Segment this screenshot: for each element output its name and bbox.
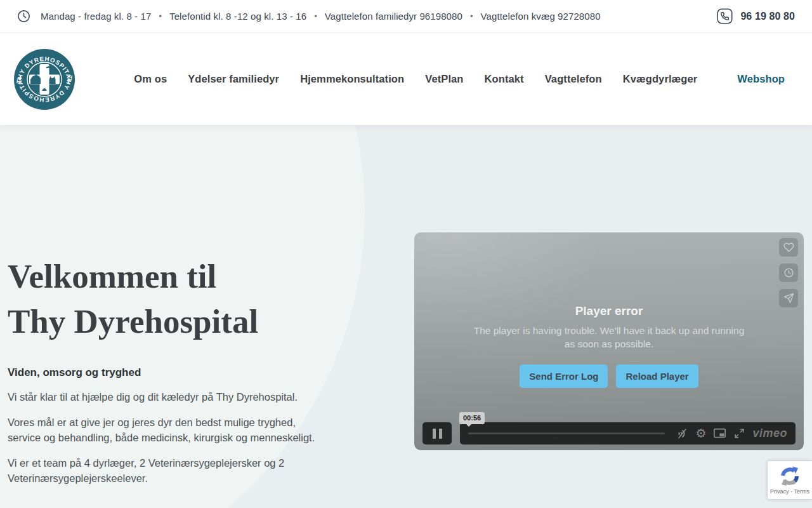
player-error-panel: Player error The player is having troubl… (414, 304, 804, 388)
main-navigation: Om os Ydelser familiedyr Hjemmekonsultat… (134, 73, 785, 85)
topbar-info: Mandag - fredag kl. 8 - 17 • Telefontid … (17, 10, 601, 23)
page-title-line2: Thy Dyrehospital (8, 299, 350, 344)
hero-paragraph-3: Vi er et team på 4 dyrlæger, 2 Veterinær… (8, 455, 328, 486)
site-header: THY DYREHOSPITAL THY DYREHOSPITAL Om os … (0, 33, 812, 125)
clock-icon (17, 10, 30, 23)
video-controls: 00:56 ⚙ (422, 422, 796, 444)
share-button[interactable] (779, 289, 798, 307)
oncall-pets: Vagttelefon familiedyr 96198080 (325, 11, 462, 22)
vimeo-video-player: Player error The player is having troubl… (414, 232, 804, 450)
nav-item-ydelser-familiedyr[interactable]: Ydelser familiedyr (188, 73, 279, 85)
main-phone-number[interactable]: 96 19 80 80 (740, 11, 795, 22)
vimeo-logo[interactable]: vimeo (752, 427, 787, 440)
page-title: Velkommen til Thy Dyrehospital (8, 254, 350, 344)
nav-item-om-os[interactable]: Om os (134, 73, 167, 85)
nav-item-kvaegdyrlaeger[interactable]: Kvægdyrlæger (623, 73, 698, 85)
time-tooltip: 00:56 (459, 412, 485, 424)
hero-subtitle: Viden, omsorg og tryghed (8, 366, 350, 379)
recaptcha-badge[interactable]: Privacy - Terms (768, 461, 812, 499)
clock-icon (783, 267, 794, 278)
like-button[interactable] (779, 238, 798, 257)
separator-dot: • (313, 11, 318, 21)
volume-muted-button[interactable] (676, 427, 688, 440)
reload-player-button[interactable]: Reload Player (616, 364, 698, 388)
hero-paragraph-1: Vi står klar til at hjælpe dig og dit kæ… (8, 389, 328, 404)
hero-section: Velkommen til Thy Dyrehospital Viden, om… (0, 125, 812, 508)
video-progress-bar[interactable] (468, 432, 665, 434)
phone-hours: Telefontid kl. 8 -12 og kl. 13 - 16 (169, 11, 306, 22)
player-error-buttons: Send Error Log Reload Player (520, 364, 698, 388)
settings-button[interactable]: ⚙ (695, 427, 706, 439)
nav-item-kontakt[interactable]: Kontakt (485, 73, 524, 85)
watch-later-button[interactable] (779, 264, 798, 282)
nav-item-hjemmekonsultation[interactable]: Hjemmekonsultation (300, 73, 404, 85)
paper-plane-icon (783, 293, 794, 304)
site-logo[interactable]: THY DYREHOSPITAL THY DYREHOSPITAL (14, 49, 75, 110)
nav-item-vetplan[interactable]: VetPlan (425, 73, 463, 85)
volume-muted-icon (676, 427, 688, 440)
page-title-line1: Velkommen til (8, 254, 350, 299)
phone-contact[interactable]: 96 19 80 80 (717, 8, 795, 24)
picture-in-picture-button[interactable] (713, 427, 726, 439)
nav-item-webshop[interactable]: Webshop (737, 73, 785, 85)
nav-item-vagttelefon[interactable]: Vagttelefon (545, 73, 602, 85)
hero-paragraph-2: Vores mål er at give jer og jeres dyr de… (8, 415, 328, 445)
separator-dot: • (469, 11, 475, 21)
fullscreen-icon (733, 427, 745, 439)
gear-icon: ⚙ (695, 427, 706, 439)
fullscreen-button[interactable] (733, 427, 745, 439)
player-error-title: Player error (575, 304, 643, 318)
pause-button[interactable] (422, 422, 452, 444)
opening-hours: Mandag - fredag kl. 8 - 17 (41, 11, 151, 22)
hero-content: Velkommen til Thy Dyrehospital Viden, om… (8, 254, 350, 486)
video-action-buttons (779, 238, 798, 307)
player-error-message: The player is having trouble. We'll have… (469, 324, 749, 351)
picture-in-picture-icon (713, 427, 726, 439)
separator-dot: • (157, 11, 163, 21)
heart-icon (783, 242, 794, 253)
topbar: Mandag - fredag kl. 8 - 17 • Telefontid … (0, 0, 812, 33)
pause-icon (433, 429, 436, 439)
send-error-log-button[interactable]: Send Error Log (520, 364, 608, 388)
recaptcha-privacy-terms[interactable]: Privacy - Terms (770, 488, 809, 495)
video-control-bar: 00:56 ⚙ (460, 422, 796, 444)
recaptcha-icon (780, 466, 800, 486)
oncall-cattle: Vagttelefon kvæg 92728080 (481, 11, 601, 22)
phone-icon (717, 8, 733, 24)
